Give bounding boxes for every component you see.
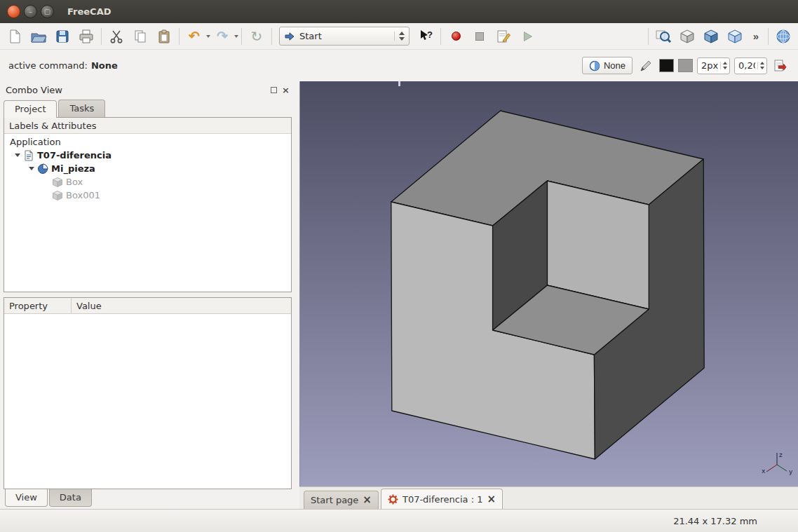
close-tab-icon[interactable]: × — [363, 495, 372, 505]
tree-header: Labels & Attributes — [4, 118, 291, 134]
open-document-button[interactable] — [27, 26, 50, 47]
window-close-button[interactable] — [7, 5, 20, 18]
print-button[interactable] — [74, 26, 98, 47]
expand-arrow-icon[interactable] — [29, 167, 34, 170]
combo-view-tabs: Project Tasks — [0, 98, 295, 117]
paste-button[interactable] — [152, 26, 176, 47]
panel-gap — [0, 292, 295, 297]
autogroup-label: None — [604, 60, 625, 71]
3d-model[interactable] — [391, 111, 704, 459]
copy-icon — [133, 29, 148, 44]
new-document-button[interactable] — [3, 26, 27, 47]
command-bar: active command: None None 2px 0,20 — [0, 50, 798, 81]
macro-execute-button[interactable] — [515, 26, 539, 47]
line-width-spinbox[interactable]: 2px — [697, 57, 730, 74]
toolbar-separator — [101, 28, 102, 45]
toolbar-right-group: » — [645, 26, 795, 47]
whats-this-icon: ? — [418, 29, 433, 44]
freecad-gear-icon — [388, 494, 398, 505]
zoom-selection-button[interactable] — [651, 26, 675, 47]
3d-viewport[interactable]: z x y — [299, 81, 798, 486]
refresh-button[interactable]: ↻ — [245, 26, 269, 47]
window-maximize-button[interactable]: ▢ — [41, 5, 54, 18]
cut-button[interactable] — [104, 26, 128, 47]
titlebar[interactable]: – ▢ FreeCAD — [0, 0, 798, 23]
tab-project[interactable]: Project — [4, 100, 57, 118]
line-width-value: 2px — [701, 60, 718, 71]
dimensions-readout: 21.44 x 17.32 mm — [673, 516, 757, 526]
overflow-chevrons: » — [753, 30, 759, 42]
tree-item-label: T07-diferencia — [37, 150, 111, 161]
apply-style-button[interactable] — [771, 57, 790, 74]
tree-item-box001[interactable]: Box001 — [4, 189, 291, 202]
macro-record-button[interactable] — [444, 26, 468, 47]
tab-label: T07-diferencia : 1 — [403, 494, 483, 505]
redo-button[interactable]: ↷ — [210, 26, 234, 47]
tree-item-label: Application — [10, 137, 61, 147]
dock-float-icon[interactable] — [271, 87, 277, 93]
macro-edit-button[interactable] — [492, 26, 515, 47]
toolbar-separator — [241, 28, 242, 45]
close-tab-icon[interactable]: × — [487, 494, 496, 505]
tab-data[interactable]: Data — [49, 489, 92, 507]
text-size-value: 0,20 — [738, 60, 755, 71]
redo-dropdown-arrow[interactable] — [234, 35, 238, 38]
tree-item-application[interactable]: Application — [4, 135, 291, 149]
undo-button[interactable]: ↶ — [182, 26, 206, 47]
axis-y-label: y — [789, 468, 793, 475]
property-list-empty — [4, 314, 291, 489]
new-document-icon — [7, 29, 22, 44]
toolbar-separator — [440, 28, 441, 45]
main-toolbar: ↶ ↷ ↻ Start ? — [0, 23, 798, 50]
line-width-spin-arrows[interactable] — [720, 62, 727, 69]
face-color-swatch[interactable] — [678, 59, 693, 72]
document-icon — [23, 150, 34, 161]
value-column-header[interactable]: Value — [72, 298, 107, 313]
construction-mode-button[interactable] — [637, 57, 655, 74]
tab-document-view[interactable]: T07-diferencia : 1 × — [381, 489, 503, 509]
whats-this-button[interactable]: ? — [414, 26, 438, 47]
line-color-swatch[interactable] — [659, 59, 674, 72]
tab-start-page[interactable]: Start page × — [304, 491, 379, 509]
text-size-spinbox[interactable]: 0,20 — [734, 57, 767, 74]
apply-style-icon — [773, 59, 787, 73]
tab-view[interactable]: View — [5, 489, 48, 507]
draw-style-cube-icon — [679, 28, 696, 45]
dock-close-icon[interactable]: × — [282, 86, 290, 95]
model-tree-panel: Labels & Attributes Application T07-dife… — [4, 117, 292, 292]
axonometric-view-button[interactable] — [699, 26, 723, 47]
property-column-header[interactable]: Property — [4, 298, 72, 313]
save-button[interactable] — [50, 26, 74, 47]
box-icon — [52, 177, 63, 188]
expand-arrow-icon[interactable] — [15, 154, 20, 157]
workbench-spin-arrows[interactable] — [394, 32, 405, 41]
freecad-window: – ▢ FreeCAD ↶ ↷ — [0, 0, 798, 532]
globe-icon — [775, 28, 792, 45]
property-mode-tabs: View Data — [0, 489, 295, 509]
workbench-selector[interactable]: Start — [279, 27, 410, 46]
tree-item-document[interactable]: T07-diferencia — [4, 149, 291, 162]
property-editor: Property Value — [4, 297, 292, 489]
view-front-button[interactable] — [723, 26, 747, 47]
tree-item-label: Box — [66, 177, 83, 187]
toolbar-separator — [768, 28, 769, 45]
text-size-spin-arrows[interactable] — [757, 62, 764, 69]
view-cube-icon — [726, 28, 743, 45]
3d-scene[interactable]: z x y — [300, 81, 798, 486]
copy-button[interactable] — [128, 26, 152, 47]
toolbar-overflow-button[interactable]: » — [747, 26, 765, 47]
paste-clipboard-icon — [156, 29, 172, 44]
window-minimize-button[interactable]: – — [24, 5, 37, 18]
tab-tasks[interactable]: Tasks — [58, 100, 105, 117]
open-folder-icon — [30, 29, 47, 44]
autogroup-button[interactable]: None — [582, 57, 633, 74]
draw-style-button[interactable] — [675, 26, 699, 47]
axonometric-cube-icon — [703, 28, 719, 45]
axis-indicator: z x y — [762, 451, 793, 475]
combo-view-titlebar[interactable]: Combo View × — [0, 81, 295, 98]
tree-item-body[interactable]: Mi_pieza — [4, 162, 291, 175]
svg-text:?: ? — [427, 29, 433, 40]
tree-item-box[interactable]: Box — [4, 175, 291, 189]
web-browser-button[interactable] — [771, 26, 795, 47]
macro-stop-button[interactable] — [468, 26, 492, 47]
